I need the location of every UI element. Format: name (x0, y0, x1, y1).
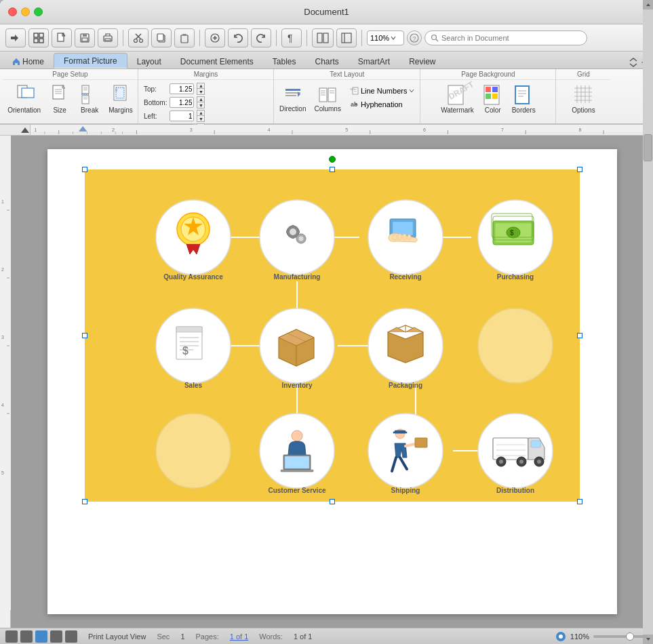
margin-left-up[interactable]: ▲ (197, 110, 205, 116)
size-label: Size (53, 106, 66, 114)
minimize-button[interactable] (21, 7, 30, 16)
handle-top-center[interactable] (330, 167, 335, 172)
new-btn[interactable] (52, 28, 72, 47)
svg-rect-19 (323, 33, 328, 43)
back-btn[interactable] (5, 28, 26, 47)
margin-bottom-up[interactable]: ▲ (197, 96, 205, 102)
tab-format-picture[interactable]: Format Picture (54, 53, 127, 68)
svg-point-11 (140, 39, 143, 42)
svg-text:3: 3 (1, 335, 4, 340)
page-setup-group: Page Setup Orientation Size (3, 69, 138, 123)
redo-btn[interactable] (251, 28, 271, 47)
page-background-group: Page Background DRAFT Watermark (420, 69, 556, 123)
svg-rect-68 (486, 94, 491, 99)
tab-layout[interactable]: Layout (127, 54, 171, 68)
svg-text:¶: ¶ (288, 33, 293, 43)
margin-bottom-down[interactable]: ▼ (197, 102, 205, 108)
search-input[interactable] (441, 34, 581, 42)
separator5 (361, 30, 362, 46)
help-btn[interactable]: ? (407, 31, 422, 45)
tab-smartart[interactable]: SmartArt (349, 54, 399, 68)
svg-rect-147 (297, 230, 300, 233)
traffic-lights (8, 7, 43, 16)
handle-mid-left[interactable] (82, 333, 87, 338)
watermark-btn[interactable]: DRAFT Watermark (438, 83, 477, 115)
search-box[interactable] (424, 31, 587, 45)
grid-btn[interactable] (28, 28, 49, 47)
break-btn[interactable]: Break (76, 83, 103, 115)
copy-btn[interactable] (151, 28, 172, 47)
svg-text:?: ? (413, 35, 416, 41)
svg-rect-70 (515, 86, 529, 104)
page-layout-btn[interactable] (312, 28, 334, 47)
view-page-icon[interactable] (35, 630, 47, 643)
view-web-icon[interactable] (65, 630, 77, 643)
svg-rect-9 (105, 39, 111, 41)
color-btn[interactable]: Color (479, 83, 507, 115)
handle-bottom-center[interactable] (330, 499, 335, 504)
svg-text:Sales: Sales (184, 382, 202, 389)
tab-review[interactable]: Review (399, 54, 445, 68)
hyphenation-btn[interactable]: ab Hyphenation (347, 99, 417, 110)
svg-point-183 (292, 430, 302, 441)
margin-top-up[interactable]: ▲ (197, 83, 205, 89)
orientation-btn[interactable]: Orientation (5, 83, 43, 115)
zoom-thumb[interactable] (626, 632, 634, 641)
tab-tables[interactable]: Tables (263, 54, 306, 68)
location-icon[interactable] (555, 631, 566, 642)
margin-bottom-input[interactable] (170, 97, 194, 108)
paragraph-btn[interactable]: ¶ (281, 28, 302, 47)
paste-btn[interactable] (174, 28, 195, 47)
handle-top-right[interactable] (577, 167, 582, 172)
close-button[interactable] (8, 7, 17, 16)
zoom-display[interactable]: 110% (367, 31, 404, 45)
tab-home[interactable]: Home (3, 54, 54, 68)
borders-btn[interactable]: Borders (509, 83, 538, 115)
margin-top-input[interactable] (170, 83, 194, 94)
tab-charts[interactable]: Charts (305, 54, 348, 68)
view-normal-icon[interactable] (5, 630, 18, 643)
diagram-container[interactable]: Quality Assurance (85, 169, 580, 502)
columns-btn[interactable]: Columns (311, 84, 343, 114)
svg-rect-49 (328, 88, 336, 102)
ribbon-collapse-icon[interactable] (629, 58, 638, 67)
svg-rect-192 (415, 438, 427, 447)
handle-bottom-left[interactable] (82, 499, 87, 504)
cut-btn[interactable] (128, 28, 149, 47)
direction-btn[interactable]: Direction (277, 84, 309, 114)
format-btn[interactable] (205, 28, 225, 47)
svg-text:Quality Assurance: Quality Assurance (163, 273, 223, 281)
svg-rect-33 (82, 85, 89, 94)
svg-point-24 (432, 35, 437, 39)
save-btn[interactable] (75, 28, 95, 47)
sidebar-btn[interactable] (336, 28, 357, 47)
toolbar: ¶ 110% ? (0, 24, 653, 52)
svg-rect-1 (39, 33, 43, 37)
borders-label: Borders (512, 106, 536, 114)
size-btn[interactable]: Size (46, 83, 73, 115)
print-btn[interactable] (98, 28, 118, 47)
margin-left-down[interactable]: ▼ (197, 116, 205, 122)
options-btn[interactable]: Options (569, 83, 597, 115)
scroll-thumb[interactable] (644, 136, 652, 161)
line-numbers-btn[interactable]: 123 Line Numbers (347, 85, 417, 96)
rotate-handle[interactable] (329, 156, 336, 163)
statusbar: Print Layout View Sec 1 Pages: 1 of 1 Wo… (0, 628, 653, 644)
undo-btn[interactable] (228, 28, 248, 47)
svg-rect-3 (39, 39, 43, 43)
margin-top-down[interactable]: ▼ (197, 89, 205, 95)
handle-top-left[interactable] (82, 167, 87, 172)
view-print-icon[interactable] (50, 630, 62, 643)
margins-btn[interactable]: Margins (106, 83, 136, 115)
view-outline-icon[interactable] (20, 630, 33, 643)
maximize-button[interactable] (34, 7, 43, 16)
scrollbar-vertical[interactable] (643, 136, 653, 628)
tab-document-elements[interactable]: Document Elements (171, 54, 263, 68)
svg-rect-42 (116, 87, 124, 98)
handle-mid-right[interactable] (577, 333, 582, 338)
margin-left-input[interactable] (170, 110, 194, 121)
scroll-track[interactable] (643, 136, 653, 628)
svg-rect-66 (486, 87, 491, 92)
zoom-slider[interactable] (593, 635, 648, 638)
handle-bottom-right[interactable] (577, 499, 582, 504)
